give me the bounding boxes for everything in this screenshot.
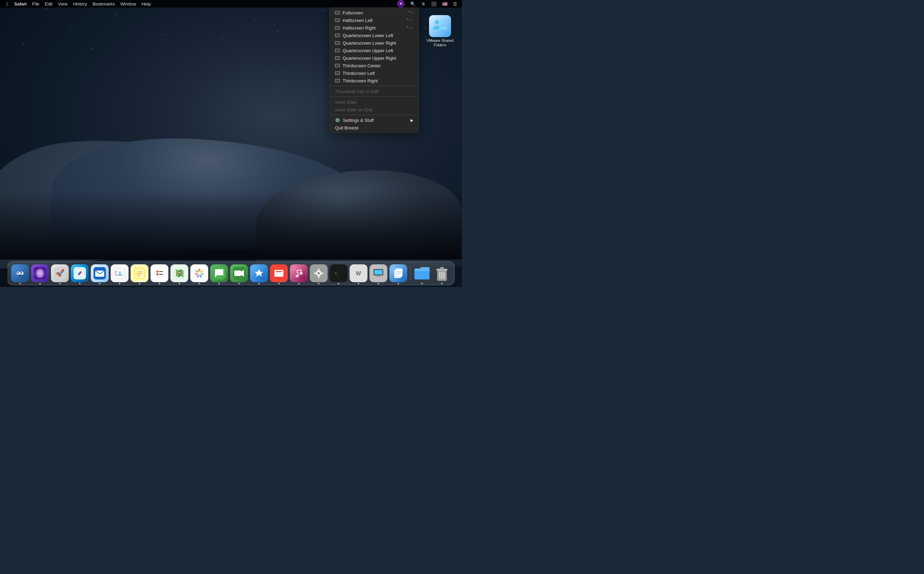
dock-icon-facetime[interactable] xyxy=(230,264,248,282)
display-menubar-icon[interactable]: ⬛ xyxy=(429,0,439,8)
menu-item-settings[interactable]: ⚙️ Settings & Stuff ▶ xyxy=(329,117,419,124)
svg-rect-32 xyxy=(153,267,166,279)
menubar-safari[interactable]: Safari xyxy=(11,0,29,8)
dock-icon-sysprefs[interactable] xyxy=(310,264,328,282)
menu-label-settings: Settings & Stuff xyxy=(343,118,373,123)
dock-icon-finder[interactable] xyxy=(11,264,29,282)
window-icon-ql-lower-right xyxy=(335,41,340,45)
svg-rect-24 xyxy=(115,271,117,273)
menu-label-thirdscreen-center: Thirdscreen Center xyxy=(343,63,381,68)
window-icon-thirdscreen-left xyxy=(335,71,340,75)
menu-item-thirdscreen-right[interactable]: Thirdscreen Right xyxy=(329,77,419,84)
cursor-menubar-icon[interactable]: 🖱 xyxy=(419,0,428,8)
window-icon-thirdscreen-right xyxy=(335,79,340,82)
svg-rect-68 xyxy=(318,276,320,278)
dock-icon-maps[interactable] xyxy=(171,264,189,282)
menu-label-quit-breeze: Quit Breeze xyxy=(335,125,359,131)
window-icon-thirdscreen-center xyxy=(335,64,340,67)
dock-icon-mail[interactable] xyxy=(91,264,109,282)
dock-icon-photos[interactable] xyxy=(190,264,208,282)
shortcut-halfscreen-left: ⌃← xyxy=(406,18,413,23)
search-menubar-icon[interactable]: 🔍 xyxy=(408,0,418,8)
menu-label-save-state-quit: Save State on Quit xyxy=(335,107,372,112)
menu-item-quit-breeze[interactable]: Quit Breeze xyxy=(329,124,419,131)
svg-point-35 xyxy=(156,273,159,275)
breeze-menubar-icon[interactable]: ✦ xyxy=(395,0,407,8)
svg-rect-53 xyxy=(235,271,241,276)
dock-icon-safari[interactable] xyxy=(71,264,89,282)
svg-rect-70 xyxy=(322,273,324,274)
dock-icon-appstore[interactable] xyxy=(250,264,268,282)
menu-item-ql-lower-left[interactable]: Quarterscreen Lower Left xyxy=(329,32,419,39)
menubar-help[interactable]: Help xyxy=(139,0,154,8)
svg-point-1 xyxy=(441,20,445,24)
separator-1 xyxy=(329,86,419,86)
menu-item-ql-upper-right[interactable]: Quarterscreen Upper Right xyxy=(329,54,419,62)
menu-label-fullscreen: Fullscreen xyxy=(343,10,363,16)
dock-icon-messages[interactable] xyxy=(210,264,228,282)
vmware-icon-image xyxy=(429,15,451,37)
menubar:  Safari File Edit View History Bookmark… xyxy=(0,0,462,8)
menu-item-thirdscreen-center[interactable]: Thirdscreen Center xyxy=(329,62,419,69)
menubar-bookmarks[interactable]: Bookmarks xyxy=(90,0,117,8)
svg-point-6 xyxy=(21,272,22,274)
separator-2 xyxy=(329,96,419,97)
menubar-edit[interactable]: Edit xyxy=(42,0,55,8)
menu-label-halfscreen-left: Halfscreen Left xyxy=(343,18,372,23)
dock-icon-news[interactable] xyxy=(270,264,288,282)
menu-item-ql-lower-right[interactable]: Quarterscreen Lower Right xyxy=(329,39,419,47)
shortcut-halfscreen-right: ⌃→ xyxy=(406,25,413,30)
menu-label-ql-upper-right: Quarterscreen Upper Right xyxy=(343,55,396,61)
dock-icon-terminal[interactable]: >_ xyxy=(330,264,348,282)
menu-item-halfscreen-left[interactable]: Halfscreen Left ⌃← xyxy=(329,16,419,24)
svg-point-43 xyxy=(198,268,200,272)
menu-label-thirdscreen-right: Thirdscreen Right xyxy=(343,78,378,84)
menu-item-save-state: Save State xyxy=(329,98,419,106)
svg-point-0 xyxy=(435,20,439,24)
window-icon-halfscreen-right xyxy=(335,26,340,30)
separator-3 xyxy=(329,115,419,115)
dock-icon-music[interactable] xyxy=(290,264,308,282)
menu-label-thirdscreen-left: Thirdscreen Left xyxy=(343,71,375,76)
menu-item-fullscreen[interactable]: Fullscreen ⌃↑ xyxy=(329,9,419,16)
dock-icon-trash[interactable] xyxy=(433,264,451,282)
dock-icon-wineskin[interactable]: W xyxy=(350,264,368,282)
dock-icon-folder[interactable] xyxy=(413,264,431,282)
menubar-file[interactable]: File xyxy=(30,0,42,8)
shortcut-fullscreen: ⌃↑ xyxy=(408,10,413,15)
svg-text:W: W xyxy=(356,271,361,276)
arrow-icon-settings: ▶ xyxy=(411,118,413,123)
dock-separator xyxy=(410,266,411,280)
apple-menu[interactable]:  xyxy=(3,0,11,8)
svg-point-26 xyxy=(119,271,121,274)
svg-point-33 xyxy=(156,271,159,273)
dock-icon-reminders[interactable] xyxy=(151,264,168,282)
dock-icon-siri[interactable] xyxy=(31,264,49,282)
menubar-view[interactable]: View xyxy=(55,0,70,8)
dock-icon-displays[interactable] xyxy=(370,264,387,282)
dock-icon-launchpad[interactable]: 🚀 xyxy=(51,264,69,282)
dock-icon-notes[interactable] xyxy=(131,264,149,282)
svg-rect-88 xyxy=(440,267,444,270)
svg-point-10 xyxy=(39,273,41,274)
flag-menubar-icon[interactable]: 🇺🇸 xyxy=(440,0,450,8)
menubar-history[interactable]: History xyxy=(70,0,90,8)
dock-icon-preview[interactable] xyxy=(390,264,408,282)
svg-point-50 xyxy=(198,272,201,274)
menu-label-ql-upper-left: Quarterscreen Upper Left xyxy=(343,48,393,53)
menu-item-thirdscreen-left[interactable]: Thirdscreen Left xyxy=(329,69,419,77)
svg-text:🚀: 🚀 xyxy=(56,269,64,277)
window-icon-ql-lower-left xyxy=(335,34,340,37)
svg-point-63 xyxy=(300,272,303,274)
menubar-right: ✦ 🔍 🖱 ⬛ 🇺🇸 ☰ xyxy=(395,0,459,8)
window-icon-halfscreen-left xyxy=(335,19,340,22)
menu-item-ql-upper-left[interactable]: Quarterscreen Upper Left xyxy=(329,47,419,54)
dock-icon-contacts[interactable] xyxy=(111,264,129,282)
breeze-star-icon: ✦ xyxy=(397,0,405,8)
menubar-window[interactable]: Window xyxy=(117,0,139,8)
vmware-shared-folders-icon[interactable]: VMware Shared Folders xyxy=(425,14,455,49)
window-icon-ql-upper-left xyxy=(335,49,340,52)
menu-item-halfscreen-right[interactable]: Halfscreen Right ⌃→ xyxy=(329,24,419,32)
menu-label-save-state: Save State xyxy=(335,99,357,105)
list-menubar-icon[interactable]: ☰ xyxy=(451,0,459,8)
